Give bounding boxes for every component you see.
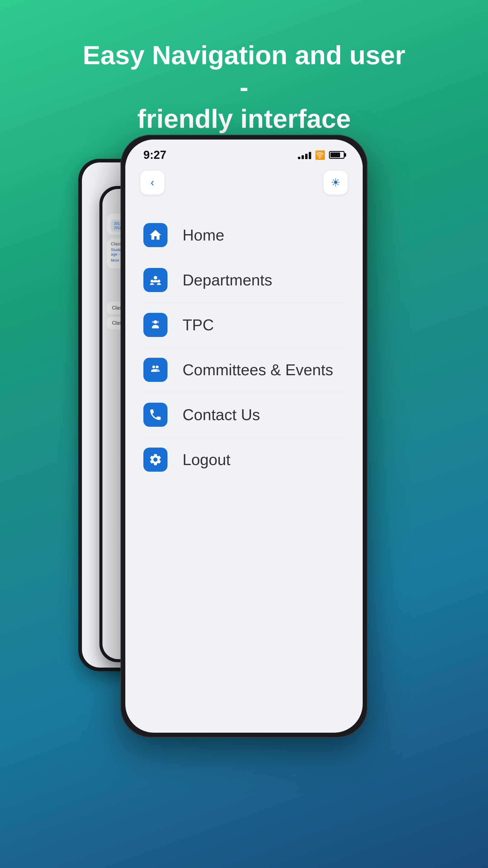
menu-list: Home Departments — [125, 201, 363, 482]
menu-label-departments: Departments — [183, 271, 272, 289]
wifi-icon: 🛜 — [315, 150, 325, 160]
menu-label-home: Home — [183, 226, 224, 244]
home-icon — [149, 228, 162, 242]
back-arrow-icon: ‹ — [151, 176, 154, 189]
sun-icon: ☀ — [331, 176, 340, 189]
battery-icon — [329, 151, 345, 159]
menu-label-tpc: TPC — [183, 316, 214, 334]
menu-label-contact: Contact Us — [183, 406, 260, 424]
tpc-icon — [149, 318, 162, 332]
committees-icon-wrap — [143, 358, 167, 382]
main-phone: 9:27 🛜 ‹ — [121, 135, 367, 738]
svg-point-5 — [157, 321, 159, 323]
svg-point-0 — [154, 276, 157, 279]
status-bar: 9:27 🛜 — [125, 140, 363, 164]
svg-point-6 — [152, 365, 155, 368]
signal-icon — [298, 151, 311, 159]
back-button[interactable]: ‹ — [140, 170, 164, 195]
navigation-bar: ‹ ☀ — [125, 164, 363, 201]
svg-point-4 — [152, 321, 155, 323]
headline: Easy Navigation and user - friendly inte… — [63, 39, 425, 135]
gear-icon — [149, 453, 162, 467]
menu-label-logout: Logout — [183, 451, 230, 469]
time-display: 9:27 — [143, 149, 166, 161]
menu-item-logout[interactable]: Logout — [143, 437, 345, 482]
menu-label-committees: Committees & Events — [183, 361, 333, 379]
menu-item-departments[interactable]: Departments — [143, 258, 345, 303]
departments-icon-wrap — [143, 268, 167, 292]
committees-icon — [149, 363, 162, 377]
menu-item-tpc[interactable]: TPC — [143, 303, 345, 347]
tpc-icon-wrap — [143, 313, 167, 337]
logout-icon-wrap — [143, 447, 167, 472]
departments-icon — [149, 273, 162, 287]
menu-item-home[interactable]: Home — [143, 213, 345, 258]
headline-line2: friendly interface — [137, 104, 351, 133]
menu-item-contact[interactable]: Contact Us — [143, 393, 345, 437]
theme-button[interactable]: ☀ — [324, 170, 348, 195]
svg-point-7 — [156, 365, 159, 368]
menu-item-committees[interactable]: Committees & Events — [143, 347, 345, 393]
home-icon-wrap — [143, 223, 167, 247]
headline-line1: Easy Navigation and user - — [83, 40, 405, 102]
phone-icon — [149, 408, 162, 422]
contact-icon-wrap — [143, 403, 167, 427]
